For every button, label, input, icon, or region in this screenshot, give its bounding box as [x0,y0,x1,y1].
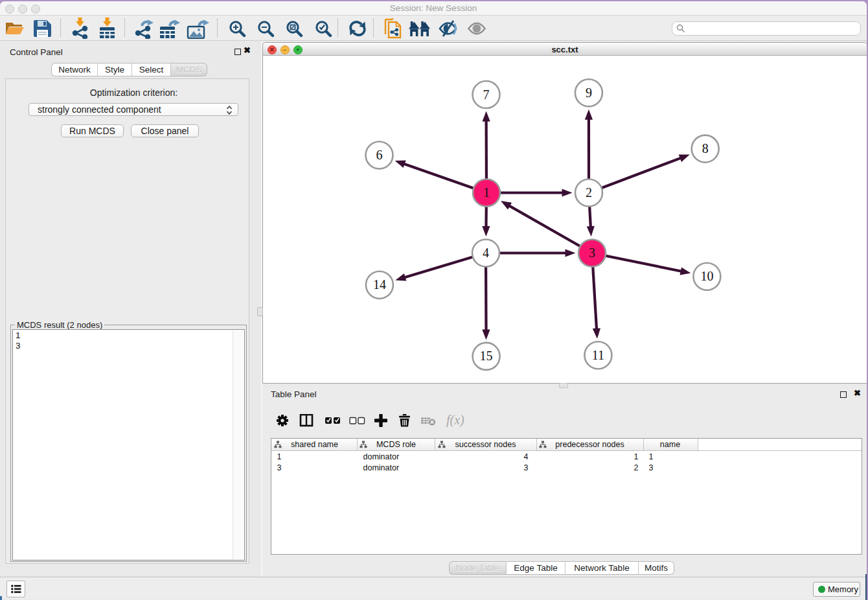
svg-text:15: 15 [480,349,493,363]
svg-text:2: 2 [586,185,592,200]
svg-text:6: 6 [376,148,383,162]
svg-text:3: 3 [589,246,595,260]
svg-text:11: 11 [592,348,604,362]
svg-text:9: 9 [586,86,592,100]
svg-text:f(x): f(x) [446,414,464,427]
svg-text:7: 7 [483,87,490,102]
svg-text:10: 10 [700,269,713,283]
svg-text:4: 4 [483,246,489,260]
svg-text:14: 14 [373,277,386,292]
svg-text:1: 1 [483,185,490,200]
svg-text:8: 8 [702,141,709,156]
